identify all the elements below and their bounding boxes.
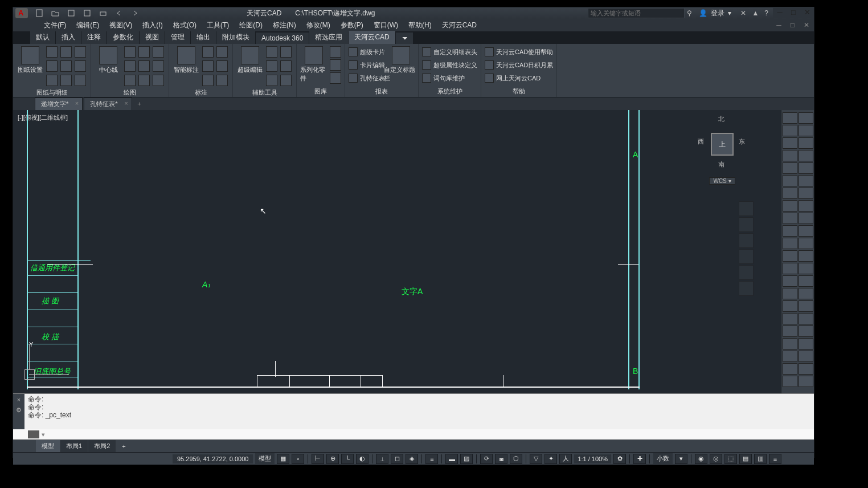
tool-icon[interactable]: [799, 313, 813, 324]
viewcube-south[interactable]: 南: [718, 160, 724, 169]
mdi-close[interactable]: ✕: [799, 20, 814, 30]
tab-featured[interactable]: 精选应用: [309, 31, 348, 44]
menu-modify[interactable]: 修改(M): [302, 19, 335, 31]
layout-tab-model[interactable]: 模型: [36, 440, 60, 452]
hole-table-button[interactable]: 孔特征表: [349, 72, 385, 84]
p4-icon[interactable]: [266, 60, 277, 72]
viewcube-east[interactable]: 东: [739, 137, 745, 146]
tab-thcad[interactable]: 天河云CAD: [349, 31, 395, 44]
tool-icon[interactable]: [799, 112, 813, 124]
tool-icon[interactable]: [799, 263, 813, 274]
tab-view[interactable]: 视图: [140, 31, 165, 44]
tool-icon[interactable]: [799, 175, 813, 186]
p5-icon[interactable]: [330, 46, 341, 58]
super-attr-block-button[interactable]: 超级属性块定义: [422, 59, 477, 71]
grid-toggle[interactable]: ▦: [277, 454, 289, 464]
nav-orbit-icon[interactable]: [739, 249, 754, 264]
qat-undo-icon[interactable]: [114, 9, 124, 18]
thcad-web-button[interactable]: 网上天河云CAD: [485, 72, 553, 84]
transparency-toggle[interactable]: ▨: [460, 454, 473, 464]
menu-draw[interactable]: 绘图(D): [235, 19, 267, 31]
nav-wheel-icon[interactable]: [739, 201, 754, 216]
viewcube-top[interactable]: 上: [711, 133, 734, 156]
p1-icon[interactable]: [46, 75, 58, 86]
tab-extra[interactable]: ⏷: [396, 32, 413, 44]
customization-icon[interactable]: ≡: [769, 454, 781, 464]
nav-zoom-icon[interactable]: [739, 233, 754, 248]
menu-thcad[interactable]: 天河云CAD: [437, 19, 481, 31]
thcad-daily-button[interactable]: 天河云CAD日积月累: [485, 59, 553, 71]
card-edit-button[interactable]: 卡片编辑: [349, 59, 385, 71]
p2-icon[interactable]: [138, 75, 150, 86]
selection-filter-toggle[interactable]: ▽: [530, 454, 542, 464]
hardware-accel-icon[interactable]: ▤: [739, 454, 752, 464]
polar-toggle[interactable]: ◐: [356, 454, 369, 464]
tool-icon[interactable]: [799, 326, 813, 337]
tool-icon[interactable]: [783, 225, 797, 237]
menu-view[interactable]: 视图(V): [105, 19, 137, 31]
dwg-tab-2[interactable]: 孔特征表*×: [84, 97, 132, 111]
p5-icon[interactable]: [330, 72, 341, 84]
centerline-button[interactable]: 中心线: [95, 46, 122, 74]
nav-more-icon[interactable]: [739, 281, 754, 296]
dynamic-input-toggle[interactable]: ⊕: [326, 454, 339, 464]
tool-icon[interactable]: [799, 213, 813, 224]
p4-icon[interactable]: [266, 46, 277, 58]
maximize-button[interactable]: □: [787, 8, 800, 18]
cmd-handle-icon[interactable]: [28, 430, 39, 438]
tool-icon[interactable]: [799, 188, 813, 199]
tool-icon[interactable]: [783, 162, 797, 174]
tool-icon[interactable]: [783, 300, 797, 312]
dwg-tab-1[interactable]: 递增文字*×: [35, 97, 83, 111]
tool-icon[interactable]: [799, 300, 813, 312]
exchange-icon[interactable]: ✕: [740, 9, 746, 17]
smart-dim-button[interactable]: 智能标注: [173, 46, 200, 74]
pan-icon[interactable]: ✚: [633, 454, 646, 464]
annotation-toggle[interactable]: 人: [559, 454, 572, 464]
tool-icon[interactable]: [783, 188, 797, 199]
p2-icon[interactable]: [153, 60, 164, 72]
p4-icon[interactable]: [280, 60, 292, 72]
p4-icon[interactable]: [280, 75, 292, 86]
qat-redo-icon[interactable]: [130, 9, 140, 18]
series-part-button[interactable]: 系列化零件: [300, 46, 327, 83]
viewcube-west[interactable]: 西: [698, 137, 704, 146]
p1-icon[interactable]: [75, 60, 86, 72]
custom-detail-header-button[interactable]: 自定义明细表头: [422, 46, 477, 58]
isolate-icon[interactable]: ⬚: [724, 454, 737, 464]
tool-icon[interactable]: [783, 326, 797, 337]
tab-insert[interactable]: 插入: [56, 31, 81, 44]
tool-icon[interactable]: [783, 200, 797, 212]
p1-icon[interactable]: [60, 46, 72, 58]
wcs-selector[interactable]: WCS ▾: [709, 177, 735, 185]
tool-icon[interactable]: [799, 250, 813, 262]
tool-icon[interactable]: [799, 150, 813, 161]
tool-icon[interactable]: [783, 250, 797, 262]
tool-icon[interactable]: [799, 137, 813, 149]
tool-icon[interactable]: [783, 275, 797, 287]
osnap-toggle[interactable]: ◻: [391, 454, 403, 464]
p2-icon[interactable]: [138, 46, 150, 58]
menu-dim[interactable]: 标注(N): [268, 19, 301, 31]
phrase-lib-button[interactable]: 词句库维护: [422, 72, 477, 84]
tool-icon[interactable]: [799, 363, 813, 375]
menu-edit[interactable]: 编辑(E): [72, 19, 104, 31]
menu-insert[interactable]: 插入(I): [138, 19, 167, 31]
tool-icon[interactable]: [783, 288, 797, 299]
qat-save-icon[interactable]: [67, 9, 76, 18]
tool-icon[interactable]: [799, 125, 813, 136]
tool-icon[interactable]: [799, 275, 813, 287]
app-logo[interactable]: [15, 8, 28, 18]
p2-icon[interactable]: [153, 75, 164, 86]
viewcube[interactable]: 北 南 东 西 上 WCS ▾: [697, 113, 748, 188]
menu-param[interactable]: 参数(P): [336, 19, 368, 31]
drawing-canvas[interactable]: [-][俯视][二维线框]: [13, 110, 781, 393]
super-edit-button[interactable]: 超级编辑: [236, 46, 264, 74]
tool-icon[interactable]: [799, 200, 813, 212]
cmd-close-icon[interactable]: ×: [17, 396, 21, 403]
quick-properties-toggle[interactable]: ▾: [675, 454, 687, 464]
tool-icon[interactable]: [783, 351, 797, 362]
tab-annotate[interactable]: 注释: [81, 31, 107, 44]
selection-cycling-toggle[interactable]: ⟳: [480, 454, 493, 464]
mdi-restore[interactable]: □: [786, 20, 799, 30]
